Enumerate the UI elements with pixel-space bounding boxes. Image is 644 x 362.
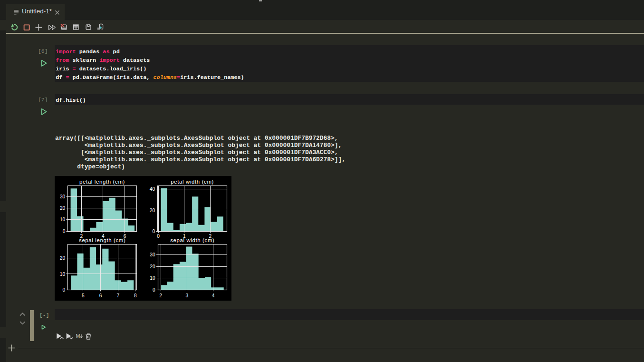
svg-text:10: 10 — [60, 217, 66, 222]
svg-text:0: 0 — [153, 287, 155, 293]
svg-text:40: 40 — [150, 186, 155, 192]
svg-text:4: 4 — [212, 293, 215, 298]
svg-text:0: 0 — [157, 234, 160, 239]
svg-text:3: 3 — [186, 293, 189, 298]
svg-text:10: 10 — [60, 272, 66, 277]
svg-text:20: 20 — [150, 208, 155, 213]
svg-text:M: M — [76, 333, 80, 339]
svg-text:6: 6 — [99, 293, 102, 298]
svg-text:2: 2 — [159, 293, 162, 298]
svg-text:30: 30 — [60, 194, 66, 199]
svg-text:20: 20 — [60, 205, 66, 211]
svg-text:20: 20 — [60, 255, 66, 261]
svg-text:0: 0 — [62, 287, 65, 293]
svg-text:30: 30 — [150, 252, 155, 257]
svg-text:0: 0 — [63, 229, 66, 234]
svg-text:petal length (cm): petal length (cm) — [79, 179, 125, 185]
svg-text:7: 7 — [116, 293, 119, 298]
svg-text:sepal length (cm): sepal length (cm) — [79, 237, 125, 243]
svg-text:5: 5 — [82, 293, 85, 298]
svg-text:sepal width (cm): sepal width (cm) — [170, 237, 214, 243]
svg-text:20: 20 — [150, 264, 155, 269]
svg-text:8: 8 — [134, 293, 137, 298]
svg-text:10: 10 — [150, 275, 155, 281]
svg-text:0: 0 — [152, 229, 155, 234]
svg-text:petal width (cm): petal width (cm) — [171, 179, 214, 185]
